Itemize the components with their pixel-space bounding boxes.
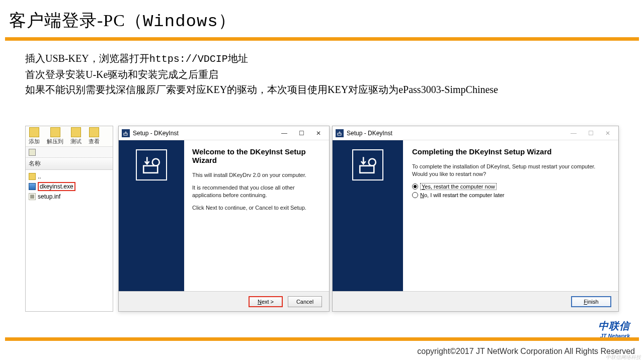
title-text: 客户端登录-PC（	[9, 11, 143, 30]
radio-yes-label: es, restart the computer now	[425, 184, 495, 190]
tb-view-label: 查看	[89, 138, 100, 145]
radio-icon	[412, 184, 418, 190]
body-line1c: 地址	[228, 53, 248, 64]
body-line1-url: https://VDCIP	[149, 53, 228, 65]
test-icon	[71, 127, 81, 137]
setup-text-2: It is recommended that you close all oth…	[192, 184, 321, 199]
list-item-exe[interactable]: dkeyinst.exe	[29, 181, 110, 192]
side-panel	[119, 140, 184, 291]
list-item-inf[interactable]: setup.inf	[29, 192, 110, 201]
body-line3: 如果不能识别需要找深信服原厂索要对应KEY的驱动，本次项目使用KEY对应驱动为e…	[25, 82, 619, 97]
logo-cn-text: 中联信	[598, 319, 630, 333]
radio-icon	[412, 192, 418, 198]
app-icon	[336, 129, 344, 137]
radio-restart-yes[interactable]: Yes, restart the computer now	[412, 183, 609, 190]
svg-rect-1	[143, 166, 157, 173]
setup-text-1: This will install DKeyDrv 2.0 on your co…	[192, 171, 321, 179]
maximize-button[interactable]: ☐	[293, 128, 310, 139]
item-inf-label: setup.inf	[38, 193, 60, 200]
address-bar[interactable]	[26, 147, 113, 158]
footer-divider	[5, 337, 639, 341]
radio-restart-no[interactable]: No, I will restart the computer later	[412, 192, 609, 198]
minimize-button[interactable]: —	[276, 128, 293, 139]
side-panel	[333, 140, 403, 291]
add-icon	[29, 127, 39, 137]
next-label: ext >	[262, 299, 274, 305]
svg-point-5	[369, 159, 376, 166]
setup-footer: Finish	[333, 291, 618, 311]
screenshots-region: 添加 解压到 测试 查看 名称 .. dkeyinst.exe setup.in…	[20, 123, 624, 314]
installer-logo-icon	[136, 149, 167, 180]
setup-text-3: Click Next to continue, or Cancel to exi…	[192, 204, 321, 212]
column-header-name[interactable]: 名称	[26, 158, 113, 170]
footer-logo: 中联信 JT Network	[598, 319, 630, 339]
explorer-window: 添加 解压到 测试 查看 名称 .. dkeyinst.exe setup.in…	[25, 126, 113, 312]
close-button[interactable]: ✕	[310, 128, 327, 139]
body-line2: 首次登录安装U-Ke驱动和安装完成之后重启	[25, 67, 619, 82]
watermark-text: 中联信网络科技	[606, 354, 641, 361]
tb-add-label: 添加	[29, 138, 40, 145]
app-icon	[122, 129, 130, 137]
svg-point-2	[152, 159, 159, 166]
tb-add[interactable]: 添加	[29, 127, 40, 145]
item-up-label: ..	[38, 173, 41, 180]
title-divider	[5, 37, 639, 41]
explorer-toolbar: 添加 解压到 测试 查看	[26, 126, 113, 147]
extract-icon	[50, 127, 60, 137]
title-win: Windows	[143, 12, 218, 31]
tb-extract[interactable]: 解压到	[47, 127, 63, 145]
setup-window-welcome: Setup - DKeyInst — ☐ ✕ Welcome to the DK…	[118, 126, 330, 312]
setup-footer: Next > Cancel	[119, 291, 329, 311]
maximize-button: ☐	[582, 128, 599, 139]
body-line1a: 插入USB-KEY，浏览器打开	[25, 53, 149, 64]
setup-text-1: To complete the installation of DKeyInst…	[412, 163, 609, 178]
inf-icon	[29, 193, 36, 200]
cancel-button[interactable]: Cancel	[288, 296, 322, 307]
tb-extract-label: 解压到	[47, 138, 63, 145]
setup-heading: Completing the DKeyInst Setup Wizard	[412, 147, 609, 156]
titlebar-text: Setup - DKeyInst	[347, 130, 565, 137]
setup-main: Completing the DKeyInst Setup Wizard To …	[403, 140, 618, 291]
tb-test[interactable]: 测试	[70, 127, 82, 145]
svg-rect-0	[124, 133, 127, 135]
body-text: 插入USB-KEY，浏览器打开https://VDCIP地址 首次登录安装U-K…	[0, 41, 644, 97]
folder-up-icon	[29, 173, 36, 180]
close-button[interactable]: ✕	[599, 128, 616, 139]
finish-label: inish	[587, 299, 599, 305]
titlebar-text: Setup - DKeyInst	[133, 130, 276, 137]
title-end: ）	[218, 11, 236, 30]
installer-logo-icon	[352, 149, 383, 180]
view-icon	[89, 127, 99, 137]
svg-rect-3	[338, 133, 341, 135]
setup-body: Welcome to the DKeyInst Setup Wizard Thi…	[119, 140, 329, 291]
list-item-up[interactable]: ..	[29, 172, 110, 181]
setup-main: Welcome to the DKeyInst Setup Wizard Thi…	[184, 140, 329, 291]
tb-test-label: 测试	[70, 138, 82, 145]
copyright-text: copyright©2017 JT NetWork Corporation Al…	[417, 347, 635, 356]
item-exe-label: dkeyinst.exe	[38, 182, 75, 191]
svg-rect-4	[360, 166, 374, 173]
titlebar[interactable]: Setup - DKeyInst — ☐ ✕	[119, 126, 329, 140]
setup-body: Completing the DKeyInst Setup Wizard To …	[333, 140, 618, 291]
slide-title: 客户端登录-PC（Windows）	[0, 0, 644, 37]
folder-icon	[29, 149, 36, 156]
setup-heading: Welcome to the DKeyInst Setup Wizard	[192, 147, 321, 164]
minimize-button[interactable]: —	[565, 128, 582, 139]
next-button[interactable]: Next >	[249, 296, 283, 307]
exe-icon	[29, 183, 36, 190]
titlebar[interactable]: Setup - DKeyInst — ☐ ✕	[333, 126, 618, 140]
setup-window-complete: Setup - DKeyInst — ☐ ✕ Completing the DK…	[332, 126, 619, 312]
finish-button[interactable]: Finish	[571, 296, 611, 307]
file-list: .. dkeyinst.exe setup.inf	[26, 170, 113, 203]
radio-no-label: o, I will restart the computer later	[424, 192, 505, 198]
tb-view[interactable]: 查看	[89, 127, 100, 145]
